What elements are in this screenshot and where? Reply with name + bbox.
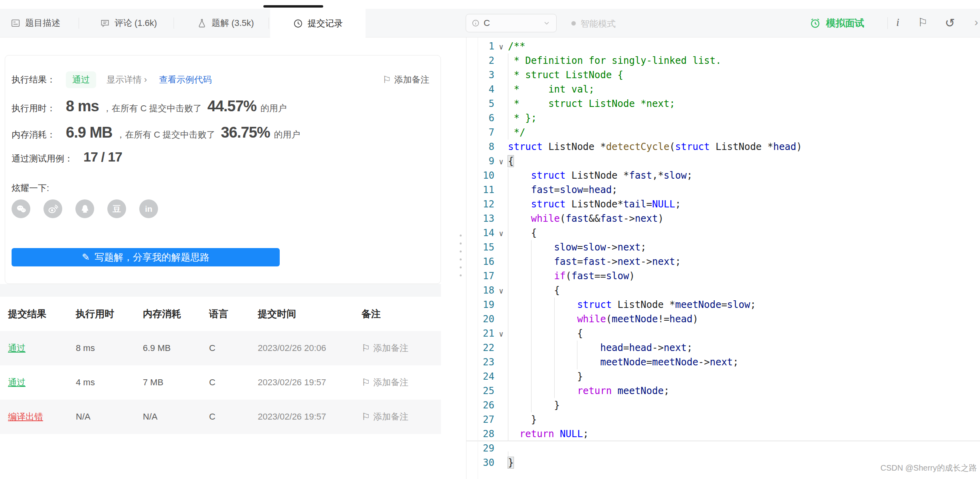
fold-arrow-icon[interactable]: ∨: [494, 154, 508, 169]
code-line[interactable]: 19 struct ListNode *meetNode=slow;: [466, 298, 980, 312]
linkedin-share-icon[interactable]: in: [139, 199, 158, 218]
code-line[interactable]: 24 }: [466, 369, 980, 384]
line-number: 8: [466, 140, 494, 154]
reset-code-icon[interactable]: ↺: [945, 16, 955, 30]
line-number: 20: [466, 312, 494, 326]
code-line[interactable]: 7 */: [466, 125, 980, 140]
submission-result-link[interactable]: 通过: [8, 376, 76, 388]
smart-mode-label[interactable]: 智能模式: [581, 18, 616, 30]
add-note-button[interactable]: ⚐添加备注: [362, 376, 441, 388]
add-note-button[interactable]: ⚐ 添加备注: [382, 74, 429, 86]
code-line[interactable]: 14∨ {: [466, 226, 980, 240]
code-editor[interactable]: 1∨/**2 * Definition for singly-linked li…: [466, 37, 980, 479]
fold-arrow-icon[interactable]: ∨: [494, 284, 508, 298]
submission-result-link[interactable]: 通过: [8, 342, 76, 354]
indent-guide: [508, 326, 508, 341]
memory-cell: 7 MB: [143, 377, 209, 388]
panel-resize-handle[interactable]: [460, 235, 462, 276]
qq-share-icon[interactable]: [75, 199, 94, 218]
alarm-clock-icon: [809, 17, 821, 29]
code-line[interactable]: 3 * struct ListNode {: [466, 68, 980, 82]
language-select[interactable]: C: [466, 14, 557, 32]
flag-report-icon[interactable]: ⚐: [918, 16, 928, 29]
wechat-share-icon[interactable]: [12, 199, 30, 218]
line-number: 14: [466, 226, 494, 240]
code-line[interactable]: 1∨/**: [466, 39, 980, 53]
result-row: 执行结果： 通过 显示详情 › 查看示例代码 ⚐ 添加备注: [12, 71, 429, 88]
code-line[interactable]: 11 fast=slow=head;: [466, 183, 980, 197]
code-line[interactable]: 20 while(meetNode!=head): [466, 312, 980, 326]
pencil-icon: ✎: [82, 252, 90, 263]
code-line[interactable]: 27 }: [466, 412, 980, 427]
indent-guide: [531, 341, 531, 355]
indent-guide: [531, 240, 531, 254]
top-bar: 题目描述 评论 (1.6k) 题解 (3.5k) 提交记录 C 智能模式: [0, 9, 980, 37]
info-icon: [472, 19, 480, 27]
indent-guide: [508, 240, 508, 254]
code-line[interactable]: 4 * int val;: [466, 82, 980, 97]
memory-beats-text: ，在所有 C 提交中击败了: [116, 129, 215, 141]
indent-guide: [577, 355, 577, 369]
indent-guide: [508, 125, 508, 140]
fold-arrow-icon[interactable]: ∨: [494, 226, 508, 240]
language-cell: C: [209, 412, 258, 422]
code-line[interactable]: 6 * };: [466, 111, 980, 125]
section-separator: [0, 284, 441, 297]
expand-icon[interactable]: ›: [974, 16, 978, 29]
submissions-table: 提交结果执行用时内存消耗语言提交时间备注 通过8 ms6.9 MBC2023/0…: [0, 297, 441, 434]
indent-guide: [508, 298, 508, 312]
submission-result-link[interactable]: 编译出错: [8, 411, 76, 423]
write-solution-button[interactable]: ✎ 写题解，分享我的解题思路: [12, 248, 280, 266]
code-line[interactable]: 29: [466, 441, 980, 455]
douban-share-icon[interactable]: 豆: [107, 199, 126, 218]
code-line[interactable]: 8struct ListNode *detectCycle(struct Lis…: [466, 140, 980, 154]
flag-icon: ⚐: [362, 377, 370, 388]
fold-arrow-icon[interactable]: ∨: [494, 39, 508, 54]
code-line[interactable]: 17 if(fast==slow): [466, 269, 980, 283]
code-line[interactable]: 16 fast=fast->next->next;: [466, 254, 980, 269]
code-line[interactable]: 13 while(fast&&fast->next): [466, 211, 980, 226]
code-line[interactable]: 10 struct ListNode *fast,*slow;: [466, 168, 980, 183]
submit-time-cell: 2023/02/26 19:57: [258, 377, 362, 388]
show-detail-link[interactable]: 显示详情 ›: [107, 74, 147, 86]
runtime-cell: 4 ms: [76, 377, 143, 388]
code-line[interactable]: 23 meetNode=meetNode->next;: [466, 355, 980, 369]
info-italic-icon[interactable]: i: [896, 16, 899, 29]
indent-guide: [554, 341, 555, 355]
tab-submissions[interactable]: 提交记录: [270, 9, 366, 38]
table-body: 通过8 ms6.9 MBC2023/02/26 20:06⚐添加备注通过4 ms…: [0, 331, 441, 434]
tab-solutions[interactable]: 题解 (3.5k): [197, 9, 254, 37]
code-line[interactable]: 12 struct ListNode*tail=NULL;: [466, 197, 980, 211]
tab-label: 题目描述: [25, 17, 60, 29]
line-number: 6: [466, 111, 494, 125]
code-line[interactable]: 5 * struct ListNode *next;: [466, 97, 980, 111]
code-line[interactable]: 25 return meetNode;: [466, 384, 980, 398]
fold-arrow-icon[interactable]: ∨: [494, 327, 508, 341]
view-sample-code-link[interactable]: 查看示例代码: [159, 74, 211, 86]
tab-divider: [79, 18, 79, 29]
language-cell: C: [209, 377, 258, 388]
add-note-button[interactable]: ⚐添加备注: [362, 411, 441, 423]
indent-guide: [508, 427, 508, 441]
code-line[interactable]: 28 return NULL;: [466, 427, 980, 441]
line-number: 25: [466, 384, 494, 398]
code-line[interactable]: 26 }: [466, 398, 980, 412]
code-line[interactable]: 18∨ {: [466, 283, 980, 298]
line-number: 24: [466, 369, 494, 384]
tab-comments[interactable]: 评论 (1.6k): [100, 9, 157, 37]
flag-icon: ⚐: [362, 411, 370, 422]
add-note-button[interactable]: ⚐添加备注: [362, 342, 441, 354]
tab-problem-description[interactable]: 题目描述: [10, 9, 60, 37]
code-line[interactable]: 2 * Definition for singly-linked list.: [466, 53, 980, 68]
code-line[interactable]: 21∨ {: [466, 326, 980, 341]
runtime-row: 执行用时： 8 ms ，在所有 C 提交中击败了 44.57% 的用户: [12, 98, 429, 116]
code-line[interactable]: 15 slow=slow->next;: [466, 240, 980, 254]
table-row: 通过8 ms6.9 MBC2023/02/26 20:06⚐添加备注: [0, 331, 441, 365]
weibo-share-icon[interactable]: [43, 199, 62, 218]
mock-interview-button[interactable]: 模拟面试: [809, 17, 864, 30]
code-line[interactable]: 22 head=head->next;: [466, 341, 980, 355]
column-header: 内存消耗: [143, 308, 209, 320]
indent-guide: [531, 384, 531, 398]
code-line[interactable]: 9∨{: [466, 154, 980, 168]
indent-guide: [531, 254, 531, 269]
